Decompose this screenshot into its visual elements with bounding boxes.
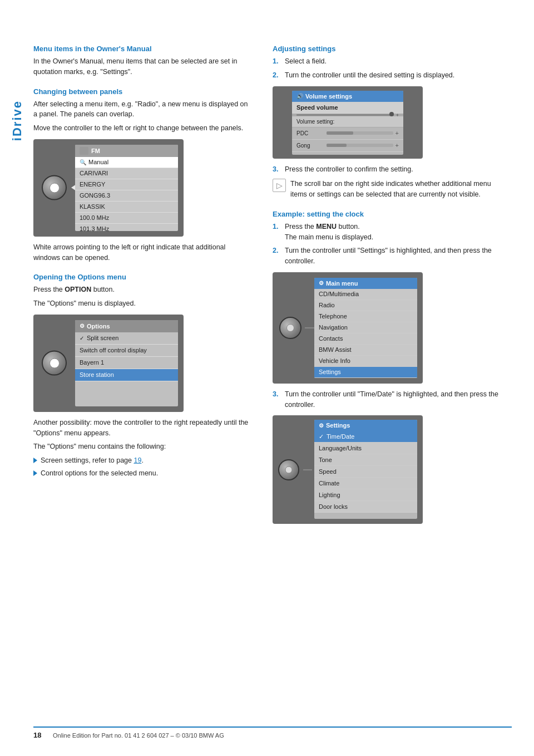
fm-screenshot: FM 🔍 Manual CARIVARI ENERGY GONG96.3 KLA…: [33, 139, 184, 237]
settings-row-doorlocks: Door locks: [314, 501, 417, 513]
settings-row-lighting: Lighting: [314, 489, 417, 501]
options-row-bayern: Bayern 1: [75, 357, 178, 369]
volume-screen: 🔊 Volume settings Speed volume + Volume …: [292, 91, 403, 155]
bullet2-text: Control options for the selected menu.: [41, 468, 158, 479]
options-screen-header: ⚙ Options: [75, 320, 178, 332]
settings-connector: [303, 469, 312, 470]
example-title: Example: setting the clock: [273, 210, 501, 218]
gong-bar: [327, 144, 393, 147]
fm-row-101: 101.3 MHz: [75, 224, 178, 231]
fm-screen-header: FM: [75, 145, 178, 157]
mainmenu-vehicleinfo: Vehicle Info: [314, 356, 417, 367]
section2-caption: White arrows pointing to the left or rig…: [33, 242, 250, 263]
settings-screen: ⚙ Settings ✓ Time/Date Language/Units To…: [314, 420, 417, 519]
section3-body2: The "Options" menu is displayed.: [33, 298, 250, 309]
adj-step1: 1. Select a field.: [273, 56, 501, 67]
controller-knob-main: [279, 317, 301, 339]
ex-step2: 2. Turn the controller until "Settings" …: [273, 246, 501, 267]
option-bold: OPTION: [65, 286, 91, 293]
fm-row-manual: 🔍 Manual: [75, 157, 178, 168]
pdc-bar: [327, 131, 393, 135]
options-row-split: ✓ Split screen: [75, 332, 178, 345]
note-icon: ▷: [273, 179, 286, 192]
section3-body1: Press the OPTION button.: [33, 284, 250, 295]
ex-step1: 1. Press the MENU button. The main menu …: [273, 222, 501, 243]
note-box: ▷ The scroll bar on the right side indic…: [273, 179, 501, 200]
section3-body4: The "Options" menu contains the followin…: [33, 441, 250, 452]
fm-row-gong: GONG96.3: [75, 190, 178, 202]
menu-bold: MENU: [316, 223, 337, 230]
mainmenu-contacts: Contacts: [314, 333, 417, 345]
note-text: The scroll bar on the right side indicat…: [290, 179, 501, 200]
section1-body: In the Owner's Manual, menu items that c…: [33, 56, 250, 77]
bullet1-link[interactable]: 19: [134, 456, 141, 464]
options-screenshot: ⚙ Options ✓ Split screen Switch off cont…: [33, 315, 184, 412]
sidebar-label: iDrive: [10, 100, 24, 141]
section3-body3: Another possibility: move the controller…: [33, 418, 250, 439]
settings-row-climate: Climate: [314, 478, 417, 489]
bullet-item-2: Control options for the selected menu.: [33, 468, 250, 479]
controller-knob-options: [42, 351, 67, 376]
section2-body1: After selecting a menu item, e.g. "Radio…: [33, 99, 250, 120]
mainmenu-screenshot: ⚙ Main menu CD/Multimedia Radio Telephon…: [273, 272, 423, 384]
bullet1-text: Screen settings, refer to page 19.: [41, 455, 144, 466]
options-screen: ⚙ Options ✓ Split screen Switch off cont…: [75, 320, 178, 406]
fm-screen: FM 🔍 Manual CARIVARI ENERGY GONG96.3 KLA…: [75, 145, 178, 231]
main-content: Menu items in the Owner's Manual In the …: [33, 22, 534, 529]
bullet-item-1: Screen settings, refer to page 19.: [33, 455, 250, 466]
page-number: 18: [33, 731, 47, 739]
adj-step3: 3. Press the controller to confirm the s…: [273, 164, 501, 175]
page-container: iDrive Menu items in the Owner's Manual …: [0, 0, 534, 756]
controller-knob-fm: [42, 175, 67, 200]
section2-title: Changing between panels: [33, 87, 250, 96]
adj-title: Adjusting settings: [273, 45, 501, 53]
settings-screenshot: ⚙ Settings ✓ Time/Date Language/Units To…: [273, 415, 423, 524]
gong-bar-fill: [327, 144, 347, 147]
settings-row-tone: Tone: [314, 454, 417, 466]
options-row-switch: Switch off control display: [75, 345, 178, 357]
fm-row-klassik: KLASSIK: [75, 202, 178, 213]
options-row-store: Store station: [75, 369, 178, 381]
ex-step1-sub: The main menu is displayed.: [285, 233, 373, 241]
settings-row-speed: Speed: [314, 466, 417, 478]
ex-step3: 3. Turn the controller until "Time/Date"…: [273, 389, 501, 410]
settings-row-timedate: ✓ Time/Date: [314, 431, 417, 443]
mainmenu-navigation: Navigation: [314, 322, 417, 333]
volume-screenshot: 🔊 Volume settings Speed volume + Volume …: [273, 86, 423, 159]
controller-knob-settings: [278, 459, 299, 480]
mainmenu-telephone: Telephone: [314, 311, 417, 322]
settings-header: ⚙ Settings: [314, 420, 417, 431]
check-timedate: ✓: [319, 433, 324, 440]
mainmenu-header: ⚙ Main menu: [314, 278, 417, 289]
section3-title: Opening the Options menu: [33, 273, 250, 281]
mainmenu-bmwassist: BMW Assist: [314, 345, 417, 356]
mainmenu-settings: Settings: [314, 367, 417, 378]
fm-row-carivari: CARIVARI: [75, 168, 178, 179]
fm-icon: [80, 147, 88, 155]
footer-copyright: Online Edition for Part no. 01 41 2 604 …: [53, 732, 224, 739]
mainmenu-radio: Radio: [314, 300, 417, 311]
volume-row-pdc: PDC +: [292, 127, 403, 140]
page-footer: 18 Online Edition for Part no. 01 41 2 6…: [33, 726, 512, 739]
adj-step2: 2. Turn the controller until the desired…: [273, 70, 501, 81]
section2-body2: Move the controller to the left or right…: [33, 123, 250, 134]
volume-subheader: Speed volume: [292, 102, 403, 114]
speed-bar-row: +: [292, 114, 403, 116]
fm-row-100: 100.0 MHz: [75, 213, 178, 224]
fm-row-energy: ENERGY: [75, 179, 178, 190]
volume-screen-header: 🔊 Volume settings: [292, 91, 403, 102]
check-icon-split: ✓: [80, 335, 84, 341]
pdc-bar-fill: [327, 131, 353, 135]
volume-setting-label: Volume setting:: [292, 116, 403, 127]
volume-row-gong: Gong +: [292, 140, 403, 152]
mainmenu-screen: ⚙ Main menu CD/Multimedia Radio Telephon…: [314, 278, 417, 378]
settings-row-language: Language/Units: [314, 443, 417, 454]
section1-title: Menu items in the Owner's Manual: [33, 45, 250, 53]
mainmenu-cd: CD/Multimedia: [314, 289, 417, 300]
right-column: Adjusting settings 1. Select a field. 2.…: [267, 45, 501, 529]
triangle-icon-1: [33, 458, 37, 463]
left-column: Menu items in the Owner's Manual In the …: [33, 45, 267, 529]
triangle-icon-2: [33, 470, 37, 476]
